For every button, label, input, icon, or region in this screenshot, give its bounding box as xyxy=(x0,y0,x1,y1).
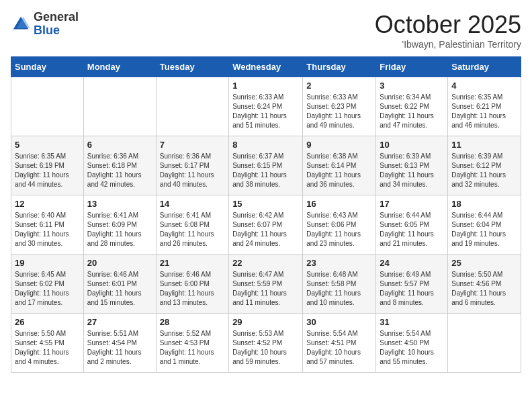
day-cell: 16Sunrise: 6:43 AM Sunset: 6:06 PM Dayli… xyxy=(303,195,376,255)
day-number: 29 xyxy=(232,317,299,327)
calendar-header: SundayMondayTuesdayWednesdayThursdayFrid… xyxy=(11,57,521,77)
day-number: 3 xyxy=(380,81,444,91)
day-number: 22 xyxy=(232,258,299,268)
day-info: Sunrise: 6:38 AM Sunset: 6:14 PM Dayligh… xyxy=(306,152,372,189)
day-cell: 26Sunrise: 5:50 AM Sunset: 4:55 PM Dayli… xyxy=(11,314,84,373)
day-cell: 17Sunrise: 6:44 AM Sunset: 6:05 PM Dayli… xyxy=(376,195,448,255)
day-cell: 3Sunrise: 6:34 AM Sunset: 6:22 PM Daylig… xyxy=(376,77,448,136)
day-cell: 31Sunrise: 5:54 AM Sunset: 4:50 PM Dayli… xyxy=(376,314,448,373)
day-info: Sunrise: 6:36 AM Sunset: 6:17 PM Dayligh… xyxy=(160,152,225,189)
day-info: Sunrise: 5:50 AM Sunset: 4:56 PM Dayligh… xyxy=(451,270,517,308)
logo-blue: Blue xyxy=(34,24,79,38)
day-info: Sunrise: 6:35 AM Sunset: 6:19 PM Dayligh… xyxy=(15,152,80,189)
day-info: Sunrise: 6:46 AM Sunset: 6:00 PM Dayligh… xyxy=(160,270,225,308)
day-cell: 14Sunrise: 6:41 AM Sunset: 6:08 PM Dayli… xyxy=(156,195,228,255)
day-number: 17 xyxy=(380,199,444,209)
day-number: 14 xyxy=(160,199,225,209)
day-info: Sunrise: 6:48 AM Sunset: 5:58 PM Dayligh… xyxy=(306,270,372,308)
day-number: 12 xyxy=(15,199,80,209)
day-info: Sunrise: 6:34 AM Sunset: 6:22 PM Dayligh… xyxy=(380,93,444,130)
day-cell: 24Sunrise: 6:49 AM Sunset: 5:57 PM Dayli… xyxy=(376,255,448,314)
header-cell-monday: Monday xyxy=(83,57,156,77)
day-cell: 29Sunrise: 5:53 AM Sunset: 4:52 PM Dayli… xyxy=(229,314,303,373)
day-cell: 25Sunrise: 5:50 AM Sunset: 4:56 PM Dayli… xyxy=(448,255,521,314)
day-number: 30 xyxy=(306,317,372,327)
day-info: Sunrise: 6:43 AM Sunset: 6:06 PM Dayligh… xyxy=(306,211,372,248)
day-number: 15 xyxy=(232,199,299,209)
day-number: 26 xyxy=(15,317,80,327)
day-cell: 23Sunrise: 6:48 AM Sunset: 5:58 PM Dayli… xyxy=(303,255,376,314)
day-cell: 30Sunrise: 5:54 AM Sunset: 4:51 PM Dayli… xyxy=(303,314,376,373)
day-number: 21 xyxy=(160,258,225,268)
header-cell-sunday: Sunday xyxy=(11,57,84,77)
day-info: Sunrise: 6:41 AM Sunset: 6:08 PM Dayligh… xyxy=(160,211,225,248)
day-cell: 6Sunrise: 6:36 AM Sunset: 6:18 PM Daylig… xyxy=(83,136,156,195)
day-cell: 5Sunrise: 6:35 AM Sunset: 6:19 PM Daylig… xyxy=(11,136,84,195)
day-cell xyxy=(83,77,156,136)
calendar-table: SundayMondayTuesdayWednesdayThursdayFrid… xyxy=(11,56,521,373)
day-cell: 7Sunrise: 6:36 AM Sunset: 6:17 PM Daylig… xyxy=(156,136,228,195)
day-info: Sunrise: 6:33 AM Sunset: 6:23 PM Dayligh… xyxy=(306,93,372,130)
header-cell-tuesday: Tuesday xyxy=(156,57,228,77)
day-info: Sunrise: 5:50 AM Sunset: 4:55 PM Dayligh… xyxy=(15,329,80,367)
logo: General Blue xyxy=(11,11,79,38)
day-cell: 1Sunrise: 6:33 AM Sunset: 6:24 PM Daylig… xyxy=(229,77,303,136)
logo-text: General Blue xyxy=(34,11,79,38)
day-info: Sunrise: 5:54 AM Sunset: 4:50 PM Dayligh… xyxy=(380,329,444,367)
day-cell: 21Sunrise: 6:46 AM Sunset: 6:00 PM Dayli… xyxy=(156,255,228,314)
day-info: Sunrise: 6:42 AM Sunset: 6:07 PM Dayligh… xyxy=(232,211,299,248)
page-header: General Blue October 2025 'Ibwayn, Pales… xyxy=(11,11,521,50)
day-info: Sunrise: 6:40 AM Sunset: 6:11 PM Dayligh… xyxy=(15,211,80,248)
calendar-body: 1Sunrise: 6:33 AM Sunset: 6:24 PM Daylig… xyxy=(11,77,521,373)
week-row-2: 5Sunrise: 6:35 AM Sunset: 6:19 PM Daylig… xyxy=(11,136,521,195)
day-number: 2 xyxy=(306,81,372,91)
day-info: Sunrise: 6:44 AM Sunset: 6:05 PM Dayligh… xyxy=(380,211,444,248)
day-cell: 22Sunrise: 6:47 AM Sunset: 5:59 PM Dayli… xyxy=(229,255,303,314)
day-info: Sunrise: 6:35 AM Sunset: 6:21 PM Dayligh… xyxy=(451,93,517,130)
day-info: Sunrise: 6:41 AM Sunset: 6:09 PM Dayligh… xyxy=(87,211,152,248)
day-info: Sunrise: 6:37 AM Sunset: 6:15 PM Dayligh… xyxy=(232,152,299,189)
day-info: Sunrise: 6:47 AM Sunset: 5:59 PM Dayligh… xyxy=(232,270,299,308)
header-cell-thursday: Thursday xyxy=(303,57,376,77)
day-info: Sunrise: 5:53 AM Sunset: 4:52 PM Dayligh… xyxy=(232,329,299,367)
header-cell-friday: Friday xyxy=(376,57,448,77)
day-cell: 13Sunrise: 6:41 AM Sunset: 6:09 PM Dayli… xyxy=(83,195,156,255)
day-cell: 2Sunrise: 6:33 AM Sunset: 6:23 PM Daylig… xyxy=(303,77,376,136)
day-info: Sunrise: 6:49 AM Sunset: 5:57 PM Dayligh… xyxy=(380,270,444,308)
day-number: 5 xyxy=(15,140,80,150)
day-number: 6 xyxy=(87,140,152,150)
day-cell: 12Sunrise: 6:40 AM Sunset: 6:11 PM Dayli… xyxy=(11,195,84,255)
location-subtitle: 'Ibwayn, Palestinian Territory xyxy=(375,39,521,50)
day-number: 1 xyxy=(232,81,299,91)
title-area: October 2025 'Ibwayn, Palestinian Territ… xyxy=(375,11,521,50)
day-number: 23 xyxy=(306,258,372,268)
day-info: Sunrise: 5:51 AM Sunset: 4:54 PM Dayligh… xyxy=(87,329,152,367)
day-number: 28 xyxy=(160,317,225,327)
day-number: 4 xyxy=(451,81,517,91)
week-row-4: 19Sunrise: 6:45 AM Sunset: 6:02 PM Dayli… xyxy=(11,255,521,314)
day-number: 8 xyxy=(232,140,299,150)
day-number: 31 xyxy=(380,317,444,327)
day-info: Sunrise: 6:45 AM Sunset: 6:02 PM Dayligh… xyxy=(15,270,80,308)
logo-general: General xyxy=(34,11,79,24)
day-cell: 28Sunrise: 5:52 AM Sunset: 4:53 PM Dayli… xyxy=(156,314,228,373)
day-cell xyxy=(156,77,228,136)
day-cell: 15Sunrise: 6:42 AM Sunset: 6:07 PM Dayli… xyxy=(229,195,303,255)
day-cell: 10Sunrise: 6:39 AM Sunset: 6:13 PM Dayli… xyxy=(376,136,448,195)
day-cell: 11Sunrise: 6:39 AM Sunset: 6:12 PM Dayli… xyxy=(448,136,521,195)
day-number: 19 xyxy=(15,258,80,268)
day-cell: 20Sunrise: 6:46 AM Sunset: 6:01 PM Dayli… xyxy=(83,255,156,314)
day-number: 27 xyxy=(87,317,152,327)
day-number: 24 xyxy=(380,258,444,268)
week-row-5: 26Sunrise: 5:50 AM Sunset: 4:55 PM Dayli… xyxy=(11,314,521,373)
week-row-3: 12Sunrise: 6:40 AM Sunset: 6:11 PM Dayli… xyxy=(11,195,521,255)
header-cell-saturday: Saturday xyxy=(448,57,521,77)
header-row: SundayMondayTuesdayWednesdayThursdayFrid… xyxy=(11,57,521,77)
day-number: 20 xyxy=(87,258,152,268)
day-info: Sunrise: 6:39 AM Sunset: 6:12 PM Dayligh… xyxy=(451,152,517,189)
day-number: 18 xyxy=(451,199,517,209)
day-cell xyxy=(11,77,84,136)
day-number: 9 xyxy=(306,140,372,150)
day-cell: 9Sunrise: 6:38 AM Sunset: 6:14 PM Daylig… xyxy=(303,136,376,195)
day-info: Sunrise: 6:46 AM Sunset: 6:01 PM Dayligh… xyxy=(87,270,152,308)
